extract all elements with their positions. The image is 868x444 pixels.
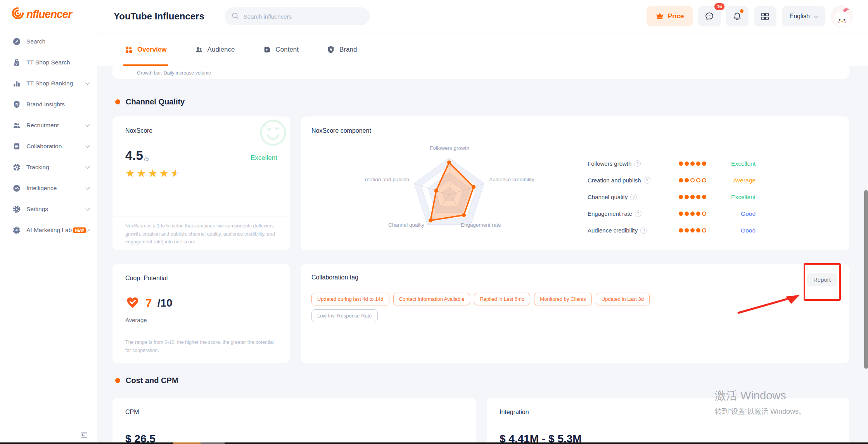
filled-dot-icon <box>690 195 695 199</box>
grid-icon <box>124 45 133 54</box>
collab-tags: Updated during last 4d to 14d Contact In… <box>311 293 676 322</box>
logo-text: nfluencer <box>26 8 72 21</box>
filled-dot-icon <box>679 178 683 182</box>
compass-icon <box>12 37 21 46</box>
price-button[interactable]: Price <box>647 6 693 26</box>
sidebar-item-intelligence[interactable]: Intelligence <box>0 178 97 199</box>
collab-tag: Contact Information Available <box>393 293 470 305</box>
tabs-bar: Overview Audience Content R Brand <box>97 33 868 66</box>
search-input[interactable] <box>244 13 363 20</box>
collab-tag: Updated during last 4d to 14d <box>311 293 389 305</box>
help-icon[interactable]: ? <box>635 210 641 217</box>
filled-dot-icon <box>685 195 689 199</box>
tab-content[interactable]: Content <box>263 33 299 66</box>
main-content: Growth bar: Daily increase volume Channe… <box>97 66 868 444</box>
tiktok-bag-icon <box>12 58 21 67</box>
sidebar-item-tt-shop-search[interactable]: TT Shop Search <box>0 52 97 73</box>
collab-tag: Updated in Last 3d <box>596 293 650 305</box>
new-badge: NEW <box>73 227 85 233</box>
empty-dot-icon <box>702 178 706 182</box>
status-label: Excellent <box>731 160 756 167</box>
sidebar-item-search[interactable]: Search <box>0 31 97 52</box>
chevron-down-icon <box>85 164 90 168</box>
radar-axis-label: Followers growth <box>365 145 534 151</box>
header-actions: Price 16 English <box>647 5 852 27</box>
header: YouTube Influencers Price 16 <box>97 0 868 33</box>
filled-dot-icon <box>679 228 683 232</box>
sidebar-footer <box>0 427 97 444</box>
tab-audience[interactable]: Audience <box>195 33 235 66</box>
empty-dot-icon <box>702 228 706 232</box>
messages-count-badge: 16 <box>714 3 724 10</box>
collapse-sidebar-icon[interactable] <box>80 431 88 441</box>
apps-grid-button[interactable] <box>754 6 776 26</box>
sidebar-item-ai-marketing-lab[interactable]: AI AI Marketing Lab NEW <box>0 220 97 241</box>
collab-tag: Monitored by Clients <box>534 293 592 305</box>
empty-dot-icon <box>702 212 706 216</box>
filled-dot-icon <box>679 161 683 166</box>
spiral-logo-icon <box>10 6 26 23</box>
help-icon[interactable]: ? <box>640 227 647 234</box>
chevron-down-icon <box>85 185 90 189</box>
ai-chip-icon: AI <box>12 226 21 234</box>
sidebar-item-collaboration[interactable]: Collaboration <box>0 136 97 157</box>
messages-button[interactable]: 16 <box>698 6 721 26</box>
play-card-icon <box>263 45 271 54</box>
score-dots <box>679 195 706 199</box>
app-logo[interactable]: nfluencer <box>0 0 97 23</box>
filled-dot-icon <box>696 228 700 232</box>
score-dots <box>679 178 706 182</box>
search-box[interactable] <box>225 7 370 25</box>
people-icon <box>12 121 21 130</box>
filled-dot-icon <box>679 212 683 216</box>
document-icon <box>12 142 21 151</box>
filled-dot-icon <box>696 195 700 199</box>
filled-dot-icon <box>685 228 689 232</box>
stars-filled-icon: ★★★★★ <box>125 168 176 179</box>
status-label: Good <box>741 227 756 234</box>
scrollbar-thumb[interactable] <box>864 190 868 369</box>
tab-brand[interactable]: R Brand <box>327 33 357 66</box>
star-rating: ★★★★★ ★★★★★ <box>125 168 182 179</box>
empty-dot-icon <box>690 178 695 182</box>
collab-title: Collaboration tag <box>311 274 839 281</box>
filled-dot-icon <box>690 212 695 216</box>
help-icon[interactable]: ? <box>630 194 637 200</box>
coop-footnote: The range is from 0-10, the higher the s… <box>125 338 278 354</box>
component-rating-row: Engagement rate ? Good <box>588 205 756 222</box>
svg-text:R: R <box>330 48 332 52</box>
sidebar-item-brand-insights[interactable]: R Brand Insights <box>0 94 97 115</box>
integration-card: Integration $ 4.41M - $ 5.3M <box>487 398 849 444</box>
sidebar-item-tracking[interactable]: Tracking <box>0 157 97 178</box>
avatar[interactable] <box>831 5 852 27</box>
bar-chart-icon <box>12 79 21 88</box>
coop-rating-label: Average <box>125 317 277 323</box>
language-selector[interactable]: English <box>782 6 825 26</box>
radar-axis-label: Engagement rate <box>461 222 501 228</box>
notification-dot <box>740 9 744 13</box>
component-rating-row: Channel quality ? Excellent <box>588 189 756 205</box>
crown-icon <box>655 11 664 22</box>
sidebar-item-tt-shop-ranking[interactable]: TT Shop Ranking <box>0 73 97 94</box>
notifications-button[interactable] <box>726 6 749 26</box>
svg-text:AI: AI <box>15 229 18 232</box>
help-icon[interactable]: ? <box>644 177 650 184</box>
cpm-title: CPM <box>125 409 463 416</box>
help-icon[interactable]: ? <box>634 160 641 167</box>
chevron-down-icon <box>85 80 90 85</box>
filled-dot-icon <box>690 161 695 166</box>
report-button[interactable]: Report <box>807 273 837 286</box>
filled-dot-icon <box>696 161 700 166</box>
sidebar-item-recruitment[interactable]: Recruitment <box>0 115 97 136</box>
shield-r-icon: R <box>327 45 335 54</box>
coop-title: Coop. Potential <box>125 275 277 282</box>
collab-tag: Low Inv. Response Rate <box>311 309 378 322</box>
chevron-down-icon <box>814 14 818 18</box>
svg-text:R: R <box>16 102 18 106</box>
sidebar-item-settings[interactable]: Settings <box>0 199 97 220</box>
coop-score: 7 <box>145 297 152 310</box>
noxscore-component-card: NoxScore component Followers growth Audi… <box>301 116 849 250</box>
noxscore-footnote: NoxScore is a 1 to 5 metric that combine… <box>125 222 278 246</box>
chevron-down-icon <box>85 143 90 147</box>
tab-overview[interactable]: Overview <box>124 33 167 66</box>
